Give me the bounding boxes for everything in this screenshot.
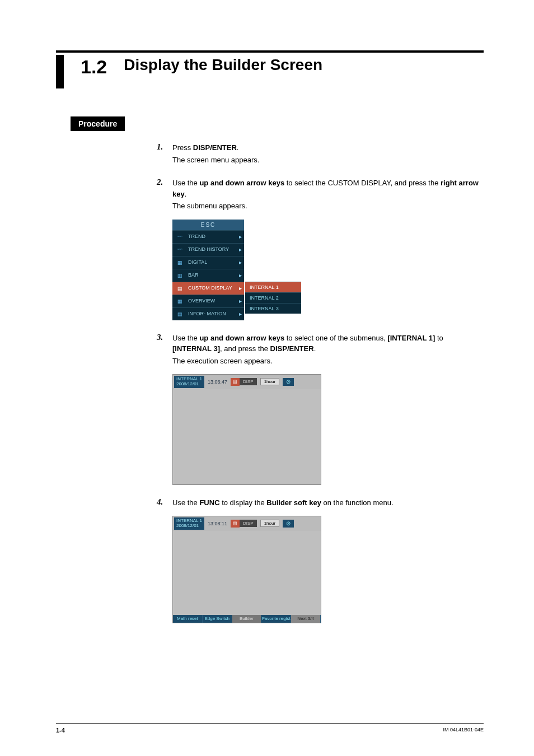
screen-time: 13:08:11 [204, 521, 231, 526]
step-4: 4. Use the FUNC to display the Builder s… [157, 497, 484, 624]
step-note: The screen menu appears. [172, 155, 484, 166]
softkey-next[interactable]: Next 3/4 [291, 615, 321, 623]
figure-execution-screen: INTERNAL 12008/12/01 13:06:47 ▤ DISP 1ho… [172, 374, 484, 485]
softkey-favorite-regist[interactable]: Favorite regist [261, 615, 291, 623]
display-rate: 1hour [260, 378, 279, 385]
submenu-internal-1[interactable]: INTERNAL 1 [245, 282, 301, 292]
section-number: 1.2 [81, 56, 107, 78]
procedure-label: Procedure [71, 116, 125, 131]
menu-item-bar[interactable]: ▥BAR▸ [172, 269, 244, 282]
chevron-right-icon: ▸ [239, 298, 242, 304]
figure-screen-menu: ESC 〰TREND▸ 〰TREND HISTORY▸ ▦DIGITAL▸ ▥B… [172, 220, 484, 320]
menu-esc[interactable]: ESC [172, 220, 244, 230]
steps-list: 1. Press DISP/ENTER. The screen menu app… [157, 142, 484, 623]
softkey-edge-switch[interactable]: Edge Switch [203, 615, 232, 623]
softkey-bar: Math reset Edge Switch Builder Favorite … [173, 615, 321, 623]
screen-id: INTERNAL 12008/12/01 [174, 376, 204, 388]
step-1: 1. Press DISP/ENTER. The screen menu app… [157, 142, 484, 165]
chevron-right-icon: ▸ [239, 285, 242, 291]
menu-item-information[interactable]: ▤INFOR- MATION▸ [172, 307, 244, 320]
screen-header: INTERNAL 12008/12/01 13:08:11 ▤ DISP 1ho… [173, 516, 321, 531]
step-note: The submenu appears. [172, 200, 484, 212]
submenu-internal-3[interactable]: INTERNAL 3 [245, 303, 301, 314]
page: 1.2 Display the Builder Screen Procedure… [0, 0, 534, 756]
chevron-right-icon: ▸ [239, 234, 242, 240]
title-bar [56, 55, 64, 88]
section-title: Display the Builder Screen [124, 56, 322, 74]
submenu: INTERNAL 1 INTERNAL 2 INTERNAL 3 [245, 282, 301, 314]
trend-icon: 〰 [175, 233, 185, 241]
display-rate: 1hour [260, 520, 279, 527]
chevron-right-icon: ▸ [239, 246, 242, 253]
step-number: 2. [157, 178, 163, 187]
step-3: 3. Use the up and down arrow keys to sel… [157, 333, 484, 485]
chevron-right-icon: ▸ [239, 311, 242, 317]
step-number: 1. [157, 142, 163, 152]
alarm-icon: ⊘ [283, 378, 294, 386]
page-footer: 1-4 IM 04L41B01-04E [56, 723, 484, 734]
softkey-builder[interactable]: Builder [232, 615, 262, 623]
digital-icon: ▦ [175, 259, 185, 267]
screen-body [173, 389, 321, 484]
figure-function-menu: INTERNAL 12008/12/01 13:08:11 ▤ DISP 1ho… [172, 516, 484, 623]
screen-header: INTERNAL 12008/12/01 13:06:47 ▤ DISP 1ho… [173, 375, 321, 389]
screen-body [173, 531, 321, 615]
softkey-math-reset[interactable]: Math reset [173, 615, 203, 623]
custom-display-icon: ▤ [175, 284, 185, 292]
device-screen: INTERNAL 12008/12/01 13:08:11 ▤ DISP 1ho… [172, 516, 321, 623]
step-number: 4. [157, 497, 163, 507]
menu-list: 〰TREND▸ 〰TREND HISTORY▸ ▦DIGITAL▸ ▥BAR▸ … [172, 230, 244, 320]
screen-id: INTERNAL 12008/12/01 [174, 517, 204, 530]
top-rule [56, 50, 484, 53]
step-2: 2. Use the up and down arrow keys to sel… [157, 178, 484, 320]
display-mode: DISP [240, 520, 257, 527]
submenu-internal-2[interactable]: INTERNAL 2 [245, 292, 301, 303]
step-number: 3. [157, 333, 163, 342]
content: 1. Press DISP/ENTER. The screen menu app… [157, 142, 484, 623]
menu-item-custom-display[interactable]: ▤CUSTOM DISPLAY▸ INTERNAL 1 INTERNAL 2 I… [172, 282, 244, 295]
information-icon: ▤ [175, 310, 185, 318]
menu-item-trend-history[interactable]: 〰TREND HISTORY▸ [172, 243, 244, 256]
menu-item-digital[interactable]: ▦DIGITAL▸ [172, 256, 244, 269]
display-icon: ▤ [231, 378, 240, 386]
display-mode: DISP [240, 378, 257, 385]
chevron-right-icon: ▸ [239, 272, 242, 278]
menu-item-trend[interactable]: 〰TREND▸ [172, 230, 244, 243]
screen-time: 13:06:47 [204, 379, 231, 385]
trend-history-icon: 〰 [175, 246, 185, 254]
device-screen: INTERNAL 12008/12/01 13:06:47 ▤ DISP 1ho… [172, 374, 321, 485]
bar-icon: ▥ [175, 272, 185, 279]
section-header: 1.2 Display the Builder Screen [56, 56, 484, 88]
chevron-right-icon: ▸ [239, 259, 242, 265]
overview-icon: ▦ [175, 297, 185, 305]
alarm-icon: ⊘ [283, 520, 294, 528]
display-icon: ▤ [231, 520, 240, 528]
document-id: IM 04L41B01-04E [443, 727, 484, 734]
menu-item-overview[interactable]: ▦OVERVIEW▸ [172, 295, 244, 307]
step-note: The execution screen appears. [172, 356, 484, 367]
page-number: 1-4 [56, 727, 65, 734]
